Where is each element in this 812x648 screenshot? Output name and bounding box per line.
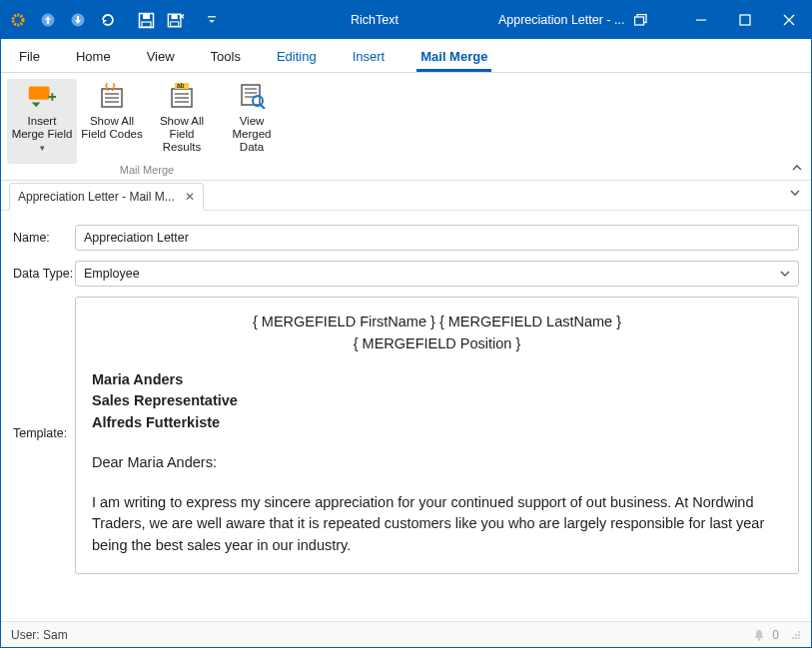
refresh-icon[interactable]: [99, 11, 117, 29]
close-tab-icon[interactable]: ✕: [185, 190, 195, 204]
save-icon[interactable]: [137, 11, 155, 29]
show-all-field-codes-button[interactable]: { } Show All Field Codes: [77, 79, 147, 164]
restore-window-small-icon[interactable]: [634, 14, 648, 26]
tab-mail-merge[interactable]: Mail Merge: [416, 49, 491, 72]
svg-text:ab: ab: [177, 83, 185, 89]
svg-line-31: [261, 105, 265, 109]
arrow-up-circle-icon[interactable]: [39, 11, 57, 29]
form-area: Name: Data Type: Employee Template: { ME…: [1, 211, 811, 596]
datatype-label: Data Type:: [13, 261, 75, 281]
title-bar: RichText Appreciation Letter - ...: [1, 1, 811, 39]
svg-rect-13: [740, 15, 750, 25]
datatype-select[interactable]: Employee: [75, 261, 799, 287]
svg-rect-5: [142, 22, 151, 27]
window-controls: [679, 1, 811, 39]
svg-point-35: [798, 634, 800, 636]
body-paragraph: I am writing to express my sincere appre…: [92, 492, 782, 557]
qat-dropdown-icon[interactable]: [203, 11, 221, 29]
svg-text:{ }: { }: [105, 83, 116, 91]
svg-point-34: [795, 634, 797, 636]
document-tab-label: Appreciation Letter - Mail M...: [18, 190, 175, 204]
svg-rect-11: [635, 17, 644, 25]
svg-rect-12: [696, 20, 706, 21]
tab-tools[interactable]: Tools: [207, 49, 245, 72]
close-button[interactable]: [767, 1, 811, 39]
status-bar: User: Sam 0: [1, 621, 811, 647]
datatype-value: Employee: [84, 267, 140, 281]
name-label: Name:: [13, 225, 75, 245]
svg-rect-7: [172, 14, 178, 19]
svg-point-32: [758, 638, 761, 641]
save-close-icon[interactable]: [167, 11, 185, 29]
bell-icon[interactable]: [752, 628, 766, 642]
field-codes-icon: { }: [96, 83, 128, 109]
tab-view[interactable]: View: [143, 49, 179, 72]
view-merged-data-icon: [236, 83, 268, 109]
template-label: Template:: [13, 297, 75, 440]
view-merged-data-label: View Merged Data: [219, 115, 285, 154]
merge-field-line-2: { MERGEFIELD Position }: [92, 333, 782, 355]
ribbon-tabs: File Home View Tools Editing Insert Mail…: [1, 39, 811, 73]
insert-merge-field-label: Insert Merge Field: [12, 115, 73, 141]
arrow-down-circle-icon[interactable]: [69, 11, 87, 29]
tab-home[interactable]: Home: [72, 49, 115, 72]
window-doc-title: Appreciation Letter - ...: [498, 13, 624, 27]
resize-grip-icon[interactable]: [791, 630, 801, 640]
show-all-field-codes-label: Show All Field Codes: [81, 115, 142, 141]
svg-point-36: [792, 637, 794, 639]
svg-point-33: [798, 631, 800, 633]
svg-rect-26: [242, 85, 260, 105]
document-tab-bar: Appreciation Letter - Mail M... ✕: [1, 181, 811, 211]
insert-merge-field-icon: [26, 83, 58, 109]
recipient-position: Sales Representative: [92, 390, 782, 412]
tab-editing[interactable]: Editing: [273, 49, 321, 72]
tab-file[interactable]: File: [15, 49, 44, 72]
notification-count: 0: [772, 628, 779, 642]
show-all-field-results-button[interactable]: ab Show All Field Results: [147, 79, 217, 164]
collapse-ribbon-button[interactable]: [791, 162, 803, 174]
view-merged-data-button[interactable]: View Merged Data: [217, 79, 287, 164]
svg-rect-8: [171, 21, 179, 26]
chevron-down-icon: [780, 269, 790, 279]
salutation: Dear Maria Anders:: [92, 452, 782, 474]
field-results-icon: ab: [166, 83, 198, 109]
maximize-button[interactable]: [723, 1, 767, 39]
svg-rect-9: [208, 16, 216, 18]
template-editor[interactable]: { MERGEFIELD FirstName } { MERGEFIELD La…: [75, 297, 799, 574]
tab-insert[interactable]: Insert: [349, 49, 390, 72]
gear-icon[interactable]: [9, 11, 27, 29]
svg-rect-4: [143, 14, 150, 19]
svg-point-37: [795, 637, 797, 639]
quick-access-toolbar: [1, 1, 221, 39]
merge-field-line-1: { MERGEFIELD FirstName } { MERGEFIELD La…: [92, 312, 782, 333]
name-input[interactable]: [75, 225, 799, 251]
recipient-company: Alfreds Futterkiste: [92, 412, 782, 434]
svg-point-0: [13, 15, 23, 25]
status-user: User: Sam: [11, 628, 68, 642]
ribbon-panel: Insert Merge Field ▾ { } Show All Field …: [1, 73, 811, 181]
document-tab[interactable]: Appreciation Letter - Mail M... ✕: [9, 183, 204, 211]
tab-overflow-button[interactable]: [789, 187, 801, 199]
ribbon-group-label: Mail Merge: [120, 164, 174, 180]
app-title: RichText: [351, 13, 399, 27]
svg-point-38: [798, 637, 800, 639]
show-all-field-results-label: Show All Field Results: [149, 115, 215, 154]
recipient-name: Maria Anders: [92, 369, 782, 391]
minimize-button[interactable]: [679, 1, 723, 39]
insert-merge-field-button[interactable]: Insert Merge Field ▾: [7, 79, 77, 164]
svg-rect-14: [29, 87, 50, 100]
ribbon-group-mail-merge: Insert Merge Field ▾ { } Show All Field …: [1, 73, 293, 180]
dropdown-chevron-icon: ▾: [40, 142, 45, 155]
